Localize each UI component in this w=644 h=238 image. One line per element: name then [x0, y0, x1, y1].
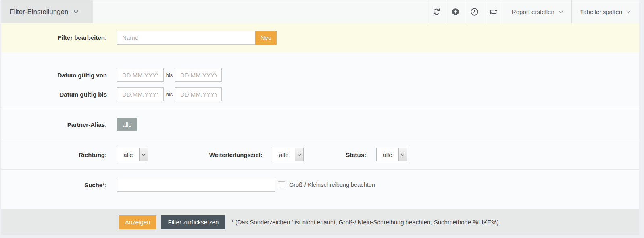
filter-settings-tab[interactable]: Filter-Einstellungen	[1, 0, 93, 23]
reset-filter-button[interactable]: Filter zurücksetzen	[161, 215, 226, 229]
search-section: Suche*: Groß-/ Kleinschreibung beachten	[1, 169, 639, 209]
report-create-menu[interactable]: Report erstellen	[503, 0, 571, 23]
dropdown-section: Richtung: alle Weiterleitungsziel: alle …	[1, 139, 639, 169]
refresh-button[interactable]	[427, 0, 446, 23]
filter-body: Datum gültig von bis Datum gültig bis bi…	[1, 52, 639, 209]
new-filter-button[interactable]: Neu	[255, 31, 277, 45]
chevron-down-icon	[626, 10, 631, 14]
date-valid-to-end-input[interactable]	[175, 87, 222, 101]
direction-select-value: alle	[117, 148, 139, 161]
bis-separator: bis	[164, 91, 175, 97]
reprocess-button[interactable]	[484, 0, 503, 23]
table-columns-menu[interactable]: Tabellenspalten	[571, 0, 639, 23]
filter-edit-row: Filter bearbeiten: Neu	[1, 23, 639, 52]
date-section: Datum gültig von bis Datum gültig bis bi…	[1, 52, 639, 108]
filter-name-input[interactable]	[117, 31, 255, 45]
search-row: Suche*: Groß-/ Kleinschreibung beachten	[1, 178, 639, 192]
case-sensitive-checkbox[interactable]	[278, 181, 285, 188]
chevron-down-icon	[559, 10, 563, 14]
partner-alias-section: Partner-Alias: alle	[1, 108, 639, 139]
status-select[interactable]: alle	[376, 148, 407, 161]
partner-alias-label: Partner-Alias:	[1, 121, 107, 128]
show-button[interactable]: Anzeigen	[119, 215, 156, 229]
forward-target-select-value: alle	[273, 148, 295, 161]
direction-label: Richtung:	[1, 151, 107, 158]
header-bar: Filter-Einstellungen	[1, 0, 639, 23]
header-spacer	[93, 0, 427, 23]
direction-select[interactable]: alle	[117, 148, 148, 161]
add-circle-icon	[451, 8, 460, 16]
chevron-down-icon	[295, 148, 303, 161]
partner-alias-all-button[interactable]: alle	[117, 118, 137, 131]
date-valid-from-start-input[interactable]	[117, 68, 164, 82]
footer-bar: Anzeigen Filter zurücksetzen * (Das Sond…	[1, 209, 639, 235]
retweet-icon	[489, 8, 498, 16]
date-valid-to-start-input[interactable]	[117, 87, 164, 101]
filter-settings-panel: Filter-Einstellungen	[1, 0, 639, 234]
dropdown-row: Richtung: alle Weiterleitungsziel: alle …	[1, 148, 639, 161]
date-valid-from-label: Datum gültig von	[1, 72, 107, 79]
forward-target-label: Weiterleitungsziel:	[148, 151, 263, 158]
search-hint-note: * (Das Sonderzeichen ' ist nicht erlaubt…	[231, 219, 498, 226]
status-label: Status:	[304, 151, 366, 158]
date-valid-to-label: Datum gültig bis	[1, 91, 107, 98]
search-label: Suche*:	[1, 182, 107, 188]
history-clock-icon	[470, 8, 479, 16]
chevron-down-icon	[139, 148, 148, 161]
search-input[interactable]	[117, 178, 275, 192]
bis-separator: bis	[164, 72, 175, 78]
date-valid-from-end-input[interactable]	[175, 68, 222, 82]
panel-title: Filter-Einstellungen	[10, 8, 69, 16]
add-button[interactable]	[446, 0, 465, 23]
date-valid-to-row: Datum gültig bis bis	[1, 87, 639, 101]
report-create-label: Report erstellen	[512, 8, 554, 15]
chevron-down-icon	[398, 148, 407, 161]
partner-alias-row: Partner-Alias: alle	[1, 118, 639, 131]
history-button[interactable]	[465, 0, 484, 23]
filter-edit-label: Filter bearbeiten:	[1, 34, 107, 41]
status-select-value: alle	[377, 148, 398, 161]
refresh-icon	[432, 8, 441, 16]
chevron-down-icon	[73, 10, 79, 14]
case-sensitive-label: Groß-/ Kleinschreibung beachten	[289, 182, 375, 188]
forward-target-select[interactable]: alle	[273, 148, 304, 161]
date-valid-from-row: Datum gültig von bis	[1, 68, 639, 82]
table-columns-label: Tabellenspalten	[580, 8, 622, 15]
